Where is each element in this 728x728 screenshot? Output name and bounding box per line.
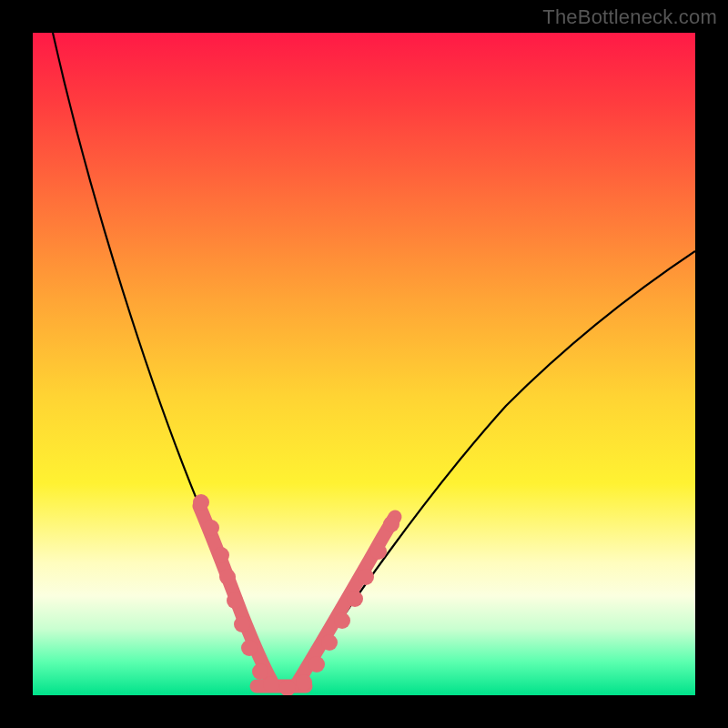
dot [252, 663, 268, 680]
dot [334, 612, 350, 629]
dot [213, 547, 229, 563]
dot [321, 634, 338, 651]
dot [219, 569, 236, 585]
dot [227, 592, 243, 609]
chart-svg [33, 33, 695, 695]
bottleneck-curve [53, 33, 695, 689]
dot [358, 569, 374, 585]
dot [347, 591, 363, 607]
chart-plot-area [33, 33, 695, 695]
dot [296, 674, 312, 691]
dot [383, 516, 399, 532]
dot [234, 616, 250, 632]
dot [308, 656, 325, 672]
dot [193, 494, 209, 511]
dot [203, 520, 219, 536]
dot [370, 543, 387, 560]
dot [263, 676, 279, 693]
chart-frame: TheBottleneck.com [0, 0, 728, 728]
highlight-dots [193, 494, 399, 695]
watermark-text: TheBottleneck.com [542, 5, 717, 29]
dot [241, 640, 258, 656]
